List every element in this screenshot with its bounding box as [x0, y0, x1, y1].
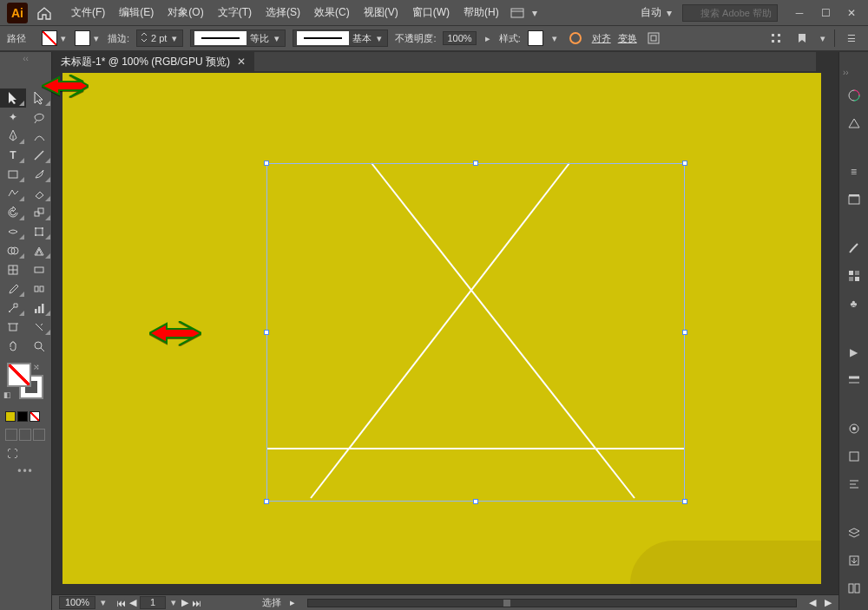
- hand-tool[interactable]: [0, 337, 26, 356]
- fill-indicator-icon[interactable]: [7, 363, 31, 387]
- graphic-style-swatch[interactable]: [528, 30, 543, 46]
- next-artboard-icon[interactable]: ▶: [181, 597, 188, 608]
- scroll-right-icon[interactable]: ▶: [825, 597, 832, 608]
- close-tab-icon[interactable]: ✕: [237, 56, 246, 68]
- color-mode-none-icon[interactable]: [30, 411, 40, 422]
- artboards-panel-icon[interactable]: [845, 579, 864, 598]
- menu-file[interactable]: 文件(F): [66, 2, 110, 23]
- stroke-weight-field[interactable]: 2 pt ▾: [136, 30, 183, 47]
- align-label[interactable]: 对齐: [592, 32, 611, 45]
- color-guide-panel-icon[interactable]: [845, 114, 864, 133]
- panel-menu-icon[interactable]: ☰: [842, 29, 861, 48]
- selection-tool[interactable]: [0, 89, 26, 108]
- chevron-down-icon[interactable]: ▾: [99, 599, 108, 607]
- stepper-icon[interactable]: [141, 31, 148, 45]
- menu-window[interactable]: 窗口(W): [407, 2, 455, 23]
- gradient-tool[interactable]: [26, 260, 52, 279]
- search-input[interactable]: [682, 4, 778, 22]
- graphic-styles-panel-icon[interactable]: [845, 447, 864, 466]
- line-segment-tool[interactable]: [26, 146, 52, 165]
- perspective-grid-tool[interactable]: [26, 241, 52, 260]
- draw-normal-icon[interactable]: [5, 429, 17, 441]
- zoom-tool[interactable]: [26, 337, 52, 356]
- rotate-tool[interactable]: [0, 203, 26, 222]
- default-fill-stroke-icon[interactable]: ◧: [3, 390, 11, 399]
- curvature-tool[interactable]: [26, 127, 52, 146]
- menu-type[interactable]: 文字(T): [213, 2, 257, 23]
- chevron-down-icon[interactable]: ▾: [169, 599, 178, 607]
- bbox-handle-tl[interactable]: [264, 161, 269, 166]
- chevron-down-icon[interactable]: ▾: [819, 34, 827, 43]
- recolor-artwork-icon[interactable]: [566, 29, 585, 48]
- libraries-panel-icon[interactable]: [845, 190, 864, 209]
- chevron-down-icon[interactable]: ▾: [92, 34, 101, 43]
- rectangle-tool[interactable]: [0, 165, 26, 184]
- home-icon[interactable]: [36, 6, 52, 20]
- symbols-panel-icon[interactable]: ♣: [845, 294, 864, 313]
- align-pixel-grid-icon[interactable]: [766, 29, 786, 48]
- play-action-icon[interactable]: ▶: [845, 343, 864, 362]
- bbox-handle-ml[interactable]: [264, 330, 269, 335]
- color-panel-icon[interactable]: [845, 86, 864, 105]
- scale-tool[interactable]: [26, 203, 52, 222]
- artboard-tool[interactable]: [0, 318, 26, 337]
- eyedropper-tool[interactable]: [0, 279, 26, 298]
- color-mode-gradient-icon[interactable]: [17, 411, 28, 422]
- expand-dock-icon[interactable]: ››: [839, 68, 849, 77]
- edit-modes-icon[interactable]: [792, 29, 812, 48]
- document-tab[interactable]: 未标题-1* @ 100% (RGB/GPU 预览) ✕: [52, 52, 254, 71]
- lasso-tool[interactable]: [26, 108, 52, 127]
- bbox-handle-tm[interactable]: [473, 161, 478, 166]
- shaper-tool[interactable]: [0, 184, 26, 203]
- dropdown-icon[interactable]: ▾: [530, 9, 539, 17]
- magic-wand-tool[interactable]: ✦: [0, 108, 26, 127]
- bbox-handle-bm[interactable]: [473, 499, 478, 504]
- layers-panel-icon[interactable]: [845, 523, 864, 542]
- draw-inside-icon[interactable]: [33, 429, 45, 441]
- arrange-documents-icon[interactable]: [508, 3, 527, 23]
- screen-mode-icon[interactable]: ⛶: [0, 444, 51, 463]
- status-menu-icon[interactable]: ▸: [290, 597, 295, 608]
- asset-export-panel-icon[interactable]: [845, 551, 864, 570]
- swap-fill-stroke-icon[interactable]: ⤭: [33, 363, 40, 371]
- expand-toolbox-icon[interactable]: ‹‹: [0, 52, 51, 66]
- properties-panel-icon[interactable]: ≡: [845, 162, 864, 181]
- scroll-left-icon[interactable]: ◀: [809, 597, 816, 608]
- horizontal-scrollbar[interactable]: [307, 599, 797, 607]
- symbol-sprayer-tool[interactable]: [0, 298, 26, 318]
- color-mode-solid-icon[interactable]: [5, 411, 16, 422]
- fill-stroke-indicator[interactable]: ⤭ ◧: [0, 361, 51, 408]
- menu-help[interactable]: 帮助(H): [458, 2, 504, 23]
- zoom-level-field[interactable]: 100%: [59, 596, 95, 609]
- shape-builder-tool[interactable]: [0, 241, 26, 260]
- appearance-panel-icon[interactable]: [845, 419, 864, 438]
- blend-tool[interactable]: [26, 279, 52, 298]
- bbox-handle-bl[interactable]: [264, 499, 269, 504]
- swatches-panel-icon[interactable]: [845, 266, 864, 285]
- brush-definition[interactable]: 基本 ▾: [293, 30, 388, 47]
- opacity-value-field[interactable]: 100%: [443, 31, 476, 45]
- chevron-right-icon[interactable]: ▸: [483, 34, 492, 43]
- transform-label[interactable]: 变换: [618, 32, 637, 45]
- stroke-variable-width-profile[interactable]: 等比 ▾: [190, 30, 286, 47]
- bbox-handle-br[interactable]: [682, 499, 687, 504]
- workspace-switcher[interactable]: 自动 ▾: [635, 3, 679, 22]
- edit-toolbar-icon[interactable]: •••: [0, 463, 51, 477]
- bbox-handle-mr[interactable]: [682, 330, 687, 335]
- prev-artboard-icon[interactable]: ◀: [129, 597, 136, 608]
- artboard-index-field[interactable]: 1: [140, 596, 166, 609]
- paintbrush-tool[interactable]: [26, 165, 52, 184]
- isolate-icon[interactable]: [644, 29, 663, 48]
- fill-swatch-none-icon[interactable]: [42, 30, 57, 46]
- stroke-swatch-icon[interactable]: [75, 30, 90, 46]
- chevron-down-icon[interactable]: ▾: [550, 34, 559, 43]
- stroke-panel-icon[interactable]: [845, 371, 864, 390]
- menu-effect[interactable]: 效果(C): [309, 2, 355, 23]
- eraser-tool[interactable]: [26, 184, 52, 203]
- draw-behind-icon[interactable]: [19, 429, 31, 441]
- maximize-icon[interactable]: ☐: [816, 6, 835, 20]
- chevron-down-icon[interactable]: ▾: [273, 34, 281, 43]
- chevron-down-icon[interactable]: ▾: [170, 34, 179, 43]
- fill-swatch-group[interactable]: ▾: [42, 30, 68, 46]
- close-icon[interactable]: ✕: [842, 6, 861, 20]
